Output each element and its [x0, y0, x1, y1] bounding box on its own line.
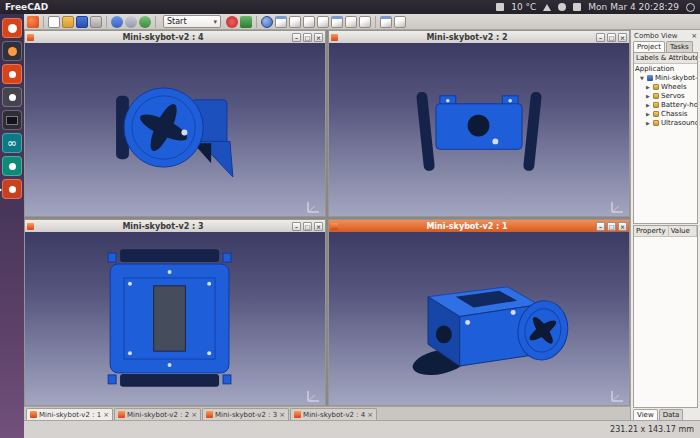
minimize-icon[interactable]: – [292, 222, 301, 231]
terminal-icon[interactable] [2, 110, 22, 130]
part-icon [653, 102, 659, 108]
view-rear-icon[interactable] [331, 16, 343, 28]
combo-view-header[interactable]: Combo View × [631, 30, 700, 41]
chevron-expanded-icon[interactable]: ▼ [640, 75, 645, 81]
document-icon [27, 223, 34, 230]
view-bottom-icon[interactable] [345, 16, 357, 28]
macro-record-icon[interactable] [226, 16, 238, 28]
view-right-icon[interactable] [317, 16, 329, 28]
measure-icon[interactable] [394, 16, 406, 28]
tab-tasks[interactable]: Tasks [666, 41, 693, 52]
chevron-collapsed-icon[interactable]: ▶ [646, 84, 651, 90]
document-tab-2[interactable]: Mini-skybot-v2 : 2 × [114, 408, 201, 420]
tab-data[interactable]: Data [659, 409, 684, 420]
view-left-icon[interactable] [359, 16, 371, 28]
save-icon[interactable] [76, 16, 88, 28]
freecad-logo-icon[interactable] [27, 16, 39, 28]
close-icon[interactable]: × [314, 222, 323, 231]
view-fit-all-icon[interactable] [261, 16, 273, 28]
close-icon[interactable]: × [618, 222, 627, 231]
document-icon [30, 411, 37, 418]
firefox-icon[interactable] [2, 41, 22, 61]
tree-item-servos[interactable]: ▶ Servos [634, 91, 697, 100]
minimize-icon[interactable]: – [292, 33, 301, 42]
document-tab-4[interactable]: Mini-skybot-v2 : 4 × [290, 408, 377, 420]
freecad-toolbar: Start ▾ [24, 14, 700, 30]
new-file-icon[interactable] [48, 16, 60, 28]
session-power-icon[interactable] [686, 3, 695, 12]
tree-item-application[interactable]: Application [634, 64, 697, 73]
restore-icon[interactable]: □ [303, 33, 312, 42]
viewport-2-3d-view[interactable] [329, 43, 629, 216]
tab-view[interactable]: View [633, 409, 658, 420]
refresh-icon[interactable] [139, 16, 151, 28]
workbench-selector[interactable]: Start ▾ [163, 15, 221, 28]
toolbar-separator [43, 16, 44, 28]
tree-item-label: Wheels [661, 83, 687, 91]
minimize-icon[interactable]: – [596, 33, 605, 42]
close-icon[interactable]: × [191, 411, 197, 419]
document-tab-label: Mini-skybot-v2 : 3 [215, 411, 277, 419]
minimize-icon[interactable]: – [596, 222, 605, 231]
viewport-1-3d-view[interactable] [329, 232, 629, 405]
chevron-collapsed-icon[interactable]: ▶ [646, 111, 651, 117]
tree-item-document[interactable]: ▼ Mini-skybot-v2 [634, 73, 697, 82]
tree-item-ultrasound[interactable]: ▶ Ultrasound [634, 118, 697, 127]
tree-item-chassis[interactable]: ▶ Chassis [634, 109, 697, 118]
print-icon[interactable] [90, 16, 102, 28]
tab-project[interactable]: Project [633, 41, 665, 52]
document-tab-3[interactable]: Mini-skybot-v2 : 3 × [202, 408, 289, 420]
chevron-collapsed-icon[interactable]: ▶ [646, 102, 651, 108]
viewport-1-titlebar[interactable]: Mini-skybot-v2 : 1 – □ × [329, 220, 629, 232]
open-file-icon[interactable] [62, 16, 74, 28]
restore-icon[interactable]: □ [607, 222, 616, 231]
processing-icon[interactable] [2, 156, 22, 176]
freecad-launcher-icon[interactable] [2, 179, 22, 199]
tree-item-battery-holder[interactable]: ▶ Battery-holder [634, 100, 697, 109]
axis-indicator [306, 389, 322, 403]
close-icon[interactable]: × [314, 33, 323, 42]
robot-model-side-view [25, 43, 325, 216]
property-editor: Property Value [633, 225, 698, 408]
axis-indicator [610, 389, 626, 403]
clock[interactable]: Mon Mar 4 20:28:29 [588, 2, 679, 12]
software-center-icon[interactable] [2, 87, 22, 107]
sound-icon[interactable] [558, 3, 566, 11]
undo-icon[interactable] [111, 16, 123, 28]
part-icon [653, 93, 659, 99]
keyboard-indicator-icon[interactable] [496, 3, 504, 11]
close-icon[interactable]: × [279, 411, 285, 419]
macro-execute-icon[interactable] [240, 16, 252, 28]
view-axonometric-icon[interactable] [275, 16, 287, 28]
chevron-collapsed-icon[interactable]: ▶ [646, 93, 651, 99]
combo-view-title: Combo View [634, 32, 678, 40]
close-icon[interactable]: × [691, 32, 697, 40]
draw-style-icon[interactable] [380, 16, 392, 28]
viewport-4-titlebar[interactable]: Mini-skybot-v2 : 4 – □ × [25, 31, 325, 43]
axis-indicator [306, 200, 322, 214]
property-column-header: Property [634, 226, 669, 237]
document-tab-1[interactable]: Mini-skybot-v2 : 1 × [26, 408, 113, 420]
view-top-icon[interactable] [303, 16, 315, 28]
viewport-3-titlebar[interactable]: Mini-skybot-v2 : 3 – □ × [25, 220, 325, 232]
restore-icon[interactable]: □ [607, 33, 616, 42]
close-icon[interactable]: × [618, 33, 627, 42]
messages-icon[interactable] [573, 3, 581, 11]
redo-icon[interactable] [125, 16, 137, 28]
terminal-glyph [6, 116, 18, 125]
chevron-collapsed-icon[interactable]: ▶ [646, 120, 651, 126]
dash-home-icon[interactable] [2, 18, 22, 38]
viewport-4-3d-view[interactable] [25, 43, 325, 216]
restore-icon[interactable]: □ [303, 222, 312, 231]
close-icon[interactable]: × [103, 411, 109, 419]
viewport-2-titlebar[interactable]: Mini-skybot-v2 : 2 – □ × [329, 31, 629, 43]
active-app-menu[interactable]: FreeCAD [5, 2, 48, 12]
view-front-icon[interactable] [289, 16, 301, 28]
weather-indicator[interactable]: 10 °C [511, 2, 536, 12]
arduino-icon[interactable]: ∞ [2, 133, 22, 153]
tree-item-wheels[interactable]: ▶ Wheels [634, 82, 697, 91]
close-icon[interactable]: × [367, 411, 373, 419]
ubuntu-one-icon[interactable] [2, 64, 22, 84]
viewport-3-3d-view[interactable] [25, 232, 325, 405]
network-icon[interactable] [543, 4, 551, 11]
